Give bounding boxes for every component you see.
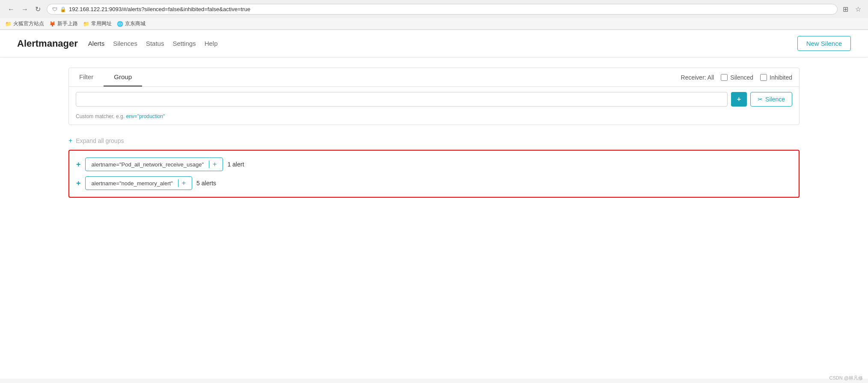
silenced-checkbox-group: Silenced [721, 74, 753, 81]
back-button[interactable]: ← [5, 4, 17, 15]
nav-link-help[interactable]: Help [205, 38, 218, 49]
globe-icon: 🌐 [117, 21, 123, 27]
group-expand-btn-2[interactable]: + [76, 179, 81, 188]
top-nav: Alertmanager Alerts Silences Status Sett… [0, 30, 868, 57]
group-tag-2: alertname="node_memory_alert" + [85, 176, 193, 190]
tab-filter[interactable]: Filter [69, 68, 104, 86]
alert-group-row-1: + alertname="Pod_all_network_receive_usa… [76, 157, 792, 171]
new-silence-button[interactable]: New Silence [797, 36, 851, 51]
nav-link-status[interactable]: Status [146, 38, 164, 49]
filter-options: Receiver: All Silenced Inhibited [674, 69, 799, 86]
group-tag-label-1: alertname="Pod_all_network_receive_usage… [92, 161, 204, 168]
expand-all-label: Expand all groups [76, 137, 124, 144]
group-expand-btn-1[interactable]: + [76, 160, 81, 169]
app-title: Alertmanager [17, 38, 78, 49]
inhibited-checkbox[interactable] [760, 74, 767, 81]
folder-icon-2: 📁 [83, 21, 89, 27]
reload-button[interactable]: ↻ [33, 3, 43, 15]
browser-chrome: ← → ↻ 🛡 🔒 192.168.122.21:9093/#/alerts?s… [0, 0, 868, 30]
bookmark-button[interactable]: ☆ [853, 3, 863, 15]
filter-card: Filter Group Receiver: All Silenced Inhi… [68, 68, 800, 125]
browser-actions: ⊞ ☆ [841, 3, 863, 15]
add-filter-button[interactable]: + [731, 92, 747, 107]
firefox-icon: 🦊 [49, 21, 56, 27]
status-text: CSDN @林凡修 [829, 375, 863, 379]
browser-toolbar: ← → ↻ 🛡 🔒 192.168.122.21:9093/#/alerts?s… [0, 0, 868, 18]
filter-tabs: Filter Group [69, 68, 142, 86]
nav-link-alerts[interactable]: Alerts [88, 38, 104, 49]
folder-icon-1: 📁 [5, 21, 12, 27]
receiver-label: Receiver: All [681, 74, 714, 81]
bookmark-item-3[interactable]: 📁 常用网址 [83, 20, 112, 27]
group-tag-plus-1[interactable]: + [209, 160, 217, 168]
extensions-button[interactable]: ⊞ [841, 3, 850, 15]
silence-icon: ✂ [758, 96, 763, 103]
custom-matcher-hint: Custom matcher, e.g. env="production" [69, 112, 799, 125]
bookmark-item-1[interactable]: 📁 火狐官方站点 [5, 20, 44, 27]
expand-all-row[interactable]: + Expand all groups [68, 134, 800, 150]
alert-groups-container: + alertname="Pod_all_network_receive_usa… [68, 150, 800, 198]
group-tag-1: alertname="Pod_all_network_receive_usage… [85, 157, 223, 171]
alert-group-row-2: + alertname="node_memory_alert" + 5 aler… [76, 176, 792, 190]
app-container: Alertmanager Alerts Silences Status Sett… [0, 30, 868, 379]
alert-count-2: 5 alerts [196, 180, 216, 187]
silenced-checkbox[interactable] [721, 74, 728, 81]
security-icon: 🛡 [52, 6, 57, 12]
nav-link-silences[interactable]: Silences [113, 38, 137, 49]
silenced-label[interactable]: Silenced [730, 74, 753, 81]
nav-buttons: ← → ↻ [5, 3, 43, 15]
url-text: 192.168.122.21:9093/#/alerts?silenced=fa… [69, 6, 832, 12]
filter-input[interactable] [76, 92, 728, 107]
forward-button[interactable]: → [19, 4, 31, 15]
silence-button-label: Silence [765, 96, 785, 103]
nav-link-settings[interactable]: Settings [172, 38, 196, 49]
main-content: Filter Group Receiver: All Silenced Inhi… [0, 57, 868, 208]
bookmarks-bar: 📁 火狐官方站点 🦊 新手上路 📁 常用网址 🌐 京东商城 [0, 18, 868, 30]
alert-count-1: 1 alert [227, 161, 244, 168]
nav-links: Alerts Silences Status Settings Help [88, 38, 218, 49]
inhibited-label[interactable]: Inhibited [770, 74, 792, 81]
bookmark-item-2[interactable]: 🦊 新手上路 [49, 20, 78, 27]
expand-all-icon: + [68, 137, 72, 145]
inhibited-checkbox-group: Inhibited [760, 74, 792, 81]
tab-group[interactable]: Group [104, 68, 142, 86]
hint-text: Custom matcher, e.g. [76, 113, 125, 119]
group-tag-label-2: alertname="node_memory_alert" [92, 180, 173, 187]
address-bar[interactable]: 🛡 🔒 192.168.122.21:9093/#/alerts?silence… [47, 4, 838, 15]
status-bar: CSDN @林凡修 [824, 373, 868, 379]
lock-icon: 🔒 [60, 6, 66, 12]
hint-example[interactable]: env="production" [126, 113, 165, 119]
nav-left: Alertmanager Alerts Silences Status Sett… [17, 38, 217, 49]
group-tag-plus-2[interactable]: + [178, 179, 186, 187]
filter-input-row: + ✂ Silence [69, 87, 799, 112]
silence-button[interactable]: ✂ Silence [750, 92, 792, 107]
bookmark-item-4[interactable]: 🌐 京东商城 [117, 20, 146, 27]
